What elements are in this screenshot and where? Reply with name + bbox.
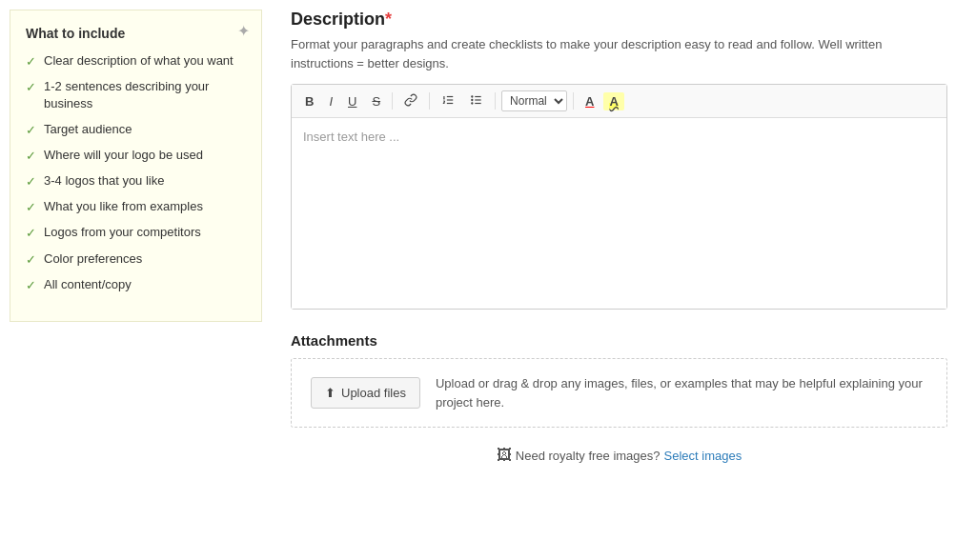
check-icon: ✓ (26, 79, 36, 96)
check-icon: ✓ (26, 148, 36, 165)
image-icon: 🖼 (497, 447, 512, 464)
attachments-section: Attachments ⬆ Upload files Upload or dra… (291, 332, 947, 428)
checklist: ✓ Clear description of what you want ✓ 1… (26, 52, 246, 294)
upload-button[interactable]: ⬆ Upload files (311, 377, 420, 409)
checklist-item-label: Logos from your competitors (44, 224, 201, 241)
list-item: ✓ Clear description of what you want (26, 52, 246, 70)
upload-icon: ⬆ (325, 386, 336, 400)
editor-body[interactable]: Insert text here ... (292, 118, 946, 309)
check-icon: ✓ (26, 173, 36, 190)
strikethrough-button[interactable]: S (366, 92, 386, 110)
check-icon: ✓ (26, 53, 36, 70)
required-star: * (385, 10, 392, 29)
checklist-item-label: Color preferences (44, 250, 142, 268)
font-color-button[interactable]: A (580, 92, 600, 110)
highlight-label: A (609, 94, 618, 109)
royalty-text: Need royalty free images? (516, 449, 661, 463)
description-title: Description* (291, 10, 947, 30)
main-content: Description* Format your paragraphs and … (262, 0, 976, 560)
font-color-label: A (585, 94, 594, 109)
list-item: ✓ All content/copy (26, 276, 246, 294)
unordered-list-icon (470, 93, 483, 107)
editor-toolbar: B I U S (292, 85, 946, 118)
rich-text-editor[interactable]: B I U S (291, 84, 947, 310)
checklist-item-label: 3-4 logos that you like (44, 172, 164, 190)
ordered-list-button[interactable] (436, 90, 460, 111)
checklist-item-label: Clear description of what you want (44, 52, 234, 70)
check-icon: ✓ (26, 225, 36, 242)
checklist-item-label: Target audience (44, 121, 132, 138)
checklist-item-label: 1-2 sentences describing your business (44, 78, 246, 112)
toolbar-separator (573, 92, 574, 110)
link-icon (404, 93, 417, 107)
attachments-title: Attachments (291, 332, 947, 349)
check-icon: ✓ (26, 277, 36, 294)
ordered-list-icon (441, 93, 455, 107)
toolbar-separator (392, 92, 393, 110)
check-icon: ✓ (26, 251, 36, 269)
list-item: ✓ 3-4 logos that you like (26, 172, 246, 190)
list-item: ✓ 1-2 sentences describing your business (26, 78, 246, 112)
upload-box: ⬆ Upload files Upload or drag & drop any… (291, 358, 947, 428)
unordered-list-button[interactable] (464, 90, 489, 111)
svg-point-6 (472, 96, 473, 97)
link-button[interactable] (398, 90, 423, 111)
svg-point-8 (472, 103, 473, 104)
checklist-item-label: Where will your logo be used (44, 147, 203, 164)
upload-button-label: Upload files (341, 386, 406, 400)
highlight-button[interactable]: A (603, 92, 623, 110)
checklist-item-label: What you like from examples (44, 198, 203, 215)
sidebar-panel: What to include ✦ ✓ Clear description of… (10, 10, 262, 322)
list-item: ✓ What you like from examples (26, 198, 246, 216)
list-item: ✓ Where will your logo be used (26, 147, 246, 165)
list-item: ✓ Logos from your competitors (26, 224, 246, 242)
text-style-select[interactable]: Normal (501, 90, 567, 111)
drag-icon[interactable]: ✦ (237, 22, 250, 40)
check-icon: ✓ (26, 122, 36, 139)
toolbar-separator (495, 92, 496, 110)
toolbar-separator (429, 92, 430, 110)
bold-button[interactable]: B (299, 92, 319, 110)
italic-button[interactable]: I (323, 92, 338, 110)
sidebar-header: What to include (26, 26, 246, 41)
checklist-item-label: All content/copy (44, 276, 132, 293)
editor-placeholder: Insert text here ... (303, 130, 399, 144)
list-item: ✓ Target audience (26, 121, 246, 139)
select-images-link[interactable]: Select images (664, 449, 742, 463)
svg-point-7 (472, 99, 473, 100)
list-item: ✓ Color preferences (26, 250, 246, 269)
check-icon: ✓ (26, 199, 36, 216)
upload-description: Upload or drag & drop any images, files,… (436, 374, 927, 411)
description-subtitle: Format your paragraphs and create checkl… (291, 35, 947, 72)
royalty-section: 🖼 Need royalty free images? Select image… (291, 447, 947, 464)
underline-button[interactable]: U (342, 92, 362, 110)
